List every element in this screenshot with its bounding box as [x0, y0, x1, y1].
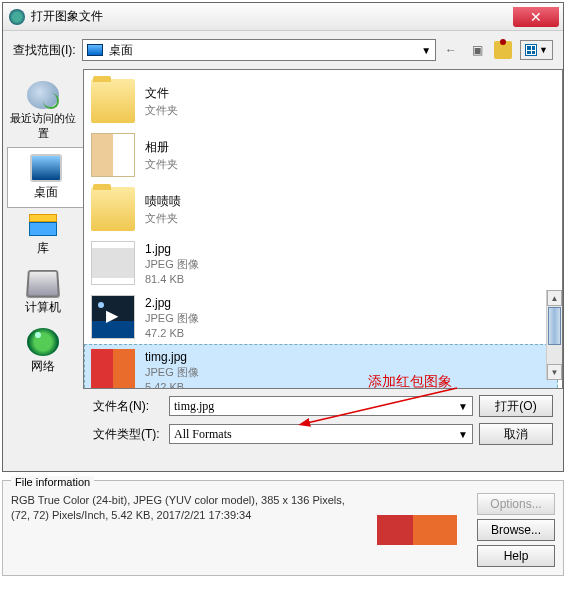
- image-thumbnail-icon: [91, 349, 135, 389]
- sidebar-item-network[interactable]: 网络: [3, 322, 83, 381]
- sidebar-item-desktop[interactable]: 桌面: [7, 147, 83, 208]
- app-icon: [9, 9, 25, 25]
- filetype-value: All Formats: [174, 427, 232, 442]
- file-item-image[interactable]: 1.jpg JPEG 图像 81.4 KB: [84, 236, 558, 290]
- nav-icons: ← ▣ ▼: [442, 40, 553, 60]
- desktop-icon: [30, 154, 62, 182]
- options-button: Options...: [477, 493, 555, 515]
- new-folder-icon[interactable]: [494, 41, 512, 59]
- file-type: JPEG 图像: [145, 257, 199, 272]
- sidebar-item-label: 网络: [31, 358, 55, 375]
- scroll-up-arrow-icon[interactable]: ▲: [547, 290, 562, 306]
- file-name: timg.jpg: [145, 350, 199, 364]
- file-item-folder[interactable]: 啧啧啧 文件夹: [84, 182, 558, 236]
- filename-value: timg.jpg: [174, 399, 214, 414]
- chevron-down-icon: ▼: [458, 429, 468, 440]
- window-title: 打开图象文件: [31, 8, 513, 25]
- filename-row: 文件名(N): timg.jpg ▼ 打开(O): [13, 395, 553, 417]
- chevron-down-icon: ▼: [421, 45, 431, 56]
- sidebar-item-computer[interactable]: 计算机: [3, 263, 83, 322]
- file-name: 文件: [145, 85, 178, 102]
- sidebar-item-label: 最近访问的位置: [7, 111, 79, 141]
- location-combobox[interactable]: 桌面 ▼: [82, 39, 436, 61]
- filetype-row: 文件类型(T): All Formats ▼ 取消: [13, 423, 553, 445]
- file-info-panel: File information RGB True Color (24-bit)…: [2, 480, 564, 576]
- file-item-folder[interactable]: 相册 文件夹: [84, 128, 558, 182]
- filename-input[interactable]: timg.jpg ▼: [169, 396, 473, 416]
- chevron-down-icon: ▼: [539, 45, 548, 55]
- location-toolbar: 查找范围(I): 桌面 ▼ ← ▣ ▼: [3, 31, 563, 69]
- sidebar-item-recent[interactable]: 最近访问的位置: [3, 75, 83, 147]
- folder-icon: [91, 79, 135, 123]
- browse-button[interactable]: Browse...: [477, 519, 555, 541]
- cancel-button[interactable]: 取消: [479, 423, 553, 445]
- location-value: 桌面: [109, 42, 133, 59]
- sidebar-item-label: 桌面: [34, 184, 58, 201]
- filetype-label: 文件类型(T):: [93, 426, 163, 443]
- bottom-fields: 文件名(N): timg.jpg ▼ 打开(O) 文件类型(T): All Fo…: [3, 389, 563, 457]
- folder-icon: [91, 187, 135, 231]
- file-name: 啧啧啧: [145, 193, 181, 210]
- scrollbar-thumb[interactable]: [548, 307, 561, 345]
- info-legend: File information: [11, 476, 94, 488]
- titlebar: 打开图象文件 ✕: [3, 3, 563, 31]
- back-icon[interactable]: ←: [442, 41, 460, 59]
- chevron-down-icon: ▼: [458, 401, 468, 412]
- computer-icon: [26, 270, 60, 298]
- folder-icon: [91, 133, 135, 177]
- sidebar-item-label: 计算机: [25, 299, 61, 316]
- network-icon: [27, 328, 59, 356]
- file-info-text: RGB True Color (24-bit), JPEG (YUV color…: [11, 493, 357, 567]
- image-thumbnail-icon: [91, 241, 135, 285]
- file-size: 47.2 KB: [145, 327, 199, 339]
- filename-label: 文件名(N):: [93, 398, 163, 415]
- file-open-dialog: 打开图象文件 ✕ 查找范围(I): 桌面 ▼ ← ▣ ▼ 最近访问的位置: [2, 2, 564, 472]
- file-item-folder[interactable]: 文件 文件夹: [84, 74, 558, 128]
- file-name: 相册: [145, 139, 178, 156]
- file-size: 5.42 KB: [145, 381, 199, 390]
- places-sidebar: 最近访问的位置 桌面 库 计算机 网络: [3, 69, 83, 389]
- scrollbar[interactable]: ▲ ▼: [546, 290, 562, 380]
- file-name: 1.jpg: [145, 242, 199, 256]
- file-type: JPEG 图像: [145, 311, 199, 326]
- library-icon: [29, 214, 57, 238]
- filetype-combobox[interactable]: All Formats ▼: [169, 424, 473, 444]
- recent-places-icon: [27, 81, 59, 109]
- file-type: 文件夹: [145, 157, 178, 172]
- image-thumbnail-icon: [91, 295, 135, 339]
- desktop-icon: [87, 44, 103, 56]
- close-button[interactable]: ✕: [513, 7, 559, 27]
- help-button[interactable]: Help: [477, 545, 555, 567]
- preview-thumbnail: [377, 515, 457, 545]
- sidebar-item-label: 库: [37, 240, 49, 257]
- file-item-image[interactable]: 2.jpg JPEG 图像 47.2 KB: [84, 290, 558, 344]
- views-menu-button[interactable]: ▼: [520, 40, 553, 60]
- up-icon[interactable]: ▣: [468, 41, 486, 59]
- file-type: 文件夹: [145, 211, 181, 226]
- file-name: 2.jpg: [145, 296, 199, 310]
- lookin-label: 查找范围(I):: [13, 42, 76, 59]
- file-type: 文件夹: [145, 103, 178, 118]
- sidebar-item-library[interactable]: 库: [3, 208, 83, 263]
- open-button[interactable]: 打开(O): [479, 395, 553, 417]
- scroll-down-arrow-icon[interactable]: ▼: [547, 364, 562, 380]
- file-size: 81.4 KB: [145, 273, 199, 285]
- main-area: 最近访问的位置 桌面 库 计算机 网络: [3, 69, 563, 389]
- views-grid-icon: [525, 44, 537, 56]
- file-type: JPEG 图像: [145, 365, 199, 380]
- file-list-pane[interactable]: 文件 文件夹 相册 文件夹 啧啧啧 文件夹: [83, 69, 563, 389]
- file-item-image-selected[interactable]: timg.jpg JPEG 图像 5.42 KB: [84, 344, 558, 389]
